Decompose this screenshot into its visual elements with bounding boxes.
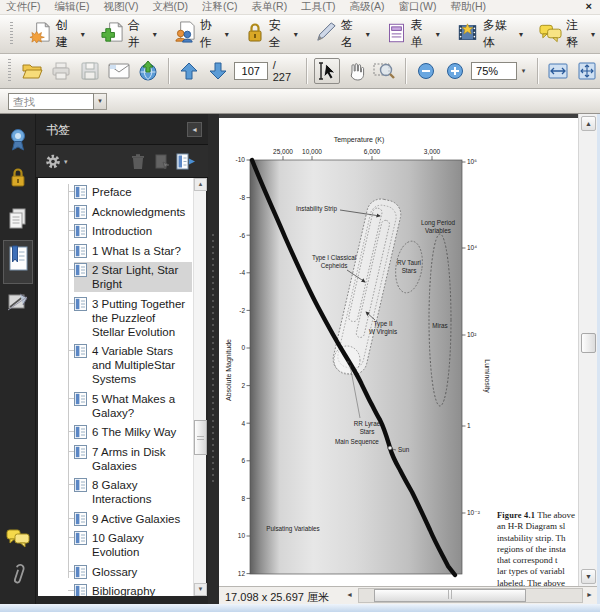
toolbar-grip[interactable]: [10, 22, 13, 46]
menu-item-2[interactable]: 视图(V): [103, 0, 138, 14]
collaborate-button[interactable]: 协作 ▾: [168, 15, 234, 53]
collaborate-dropdown[interactable]: ▾: [225, 30, 229, 39]
bookmark-item-0[interactable]: Preface: [38, 184, 192, 200]
zoom-in-button[interactable]: [442, 58, 468, 84]
page-number-input[interactable]: 107: [234, 62, 268, 80]
email-button[interactable]: [106, 58, 132, 84]
bookmark-item-label: 6 The Milky Way: [92, 426, 176, 438]
comments-panel-icon[interactable]: [0, 528, 36, 548]
zoom-level-combo[interactable]: 75% ▾: [471, 62, 530, 80]
bookmark-item-3[interactable]: 1 What Is a Star?: [38, 243, 192, 259]
bookmark-item-6[interactable]: 4 Variable Stars and MultipleStar System…: [38, 343, 192, 387]
doc-scroll-thumb[interactable]: [581, 333, 596, 353]
panel-splitter[interactable]: [208, 114, 219, 604]
sun-label: Sun: [398, 446, 410, 453]
bookmark-item-4[interactable]: 2 Star Light, Star Bright: [38, 262, 192, 292]
nav-toolbar: 107 / 227 75% ▾: [0, 54, 600, 89]
left-tick-4: -2: [239, 307, 245, 314]
pdf-page: Temperature (K) Absolute Magnitude Lumin…: [219, 118, 578, 586]
create-button[interactable]: 创建 ▾: [24, 15, 90, 53]
print-button[interactable]: [48, 58, 74, 84]
export-bookmark-button[interactable]: [154, 153, 171, 174]
security-panel-icon[interactable]: [0, 167, 36, 189]
hand-tool-button[interactable]: [343, 58, 369, 84]
bookmark-item-9[interactable]: 7 Arms in Disk Galaxies: [38, 444, 192, 474]
zoom-level-value[interactable]: 75%: [471, 62, 517, 80]
panel-collapse-button[interactable]: ◂: [187, 122, 202, 137]
toolbar-grip2[interactable]: [8, 59, 11, 83]
doc-scroll-left-icon[interactable]: ◄: [343, 588, 356, 603]
doc-scroll-down-icon[interactable]: ▼: [581, 569, 596, 584]
zoom-out-button[interactable]: [413, 58, 439, 84]
bookmark-item-8[interactable]: 6 The Milky Way: [38, 424, 192, 440]
comment-button[interactable]: 注释 ▾: [534, 15, 600, 53]
sign-dropdown[interactable]: ▾: [366, 30, 370, 39]
pages-panel-icon[interactable]: [0, 207, 36, 231]
merge-label: 合并: [128, 17, 149, 51]
menu-item-8[interactable]: 窗口(W): [399, 0, 437, 14]
menu-item-7[interactable]: 高级(A): [350, 0, 385, 14]
zoom-dropdown-arrow[interactable]: ▾: [517, 62, 530, 80]
bookmark-scrollbar[interactable]: ▲ ▼: [193, 178, 206, 596]
menu-item-5[interactable]: 表单(R): [252, 0, 288, 14]
expand-current-bookmark-button[interactable]: [176, 153, 196, 174]
menu-item-3[interactable]: 文档(D): [152, 0, 188, 14]
open-button[interactable]: [19, 58, 45, 84]
doc-scroll-up-icon[interactable]: ▲: [581, 116, 596, 131]
menu-item-0[interactable]: 文件(F): [6, 0, 40, 14]
menu-item-4[interactable]: 注释(C): [202, 0, 238, 14]
bookmark-scroll-thumb[interactable]: [194, 420, 207, 455]
bookmark-item-label: 3 Putting Together the Puzzleof Stellar …: [92, 298, 185, 338]
doc-hscroll-thumb[interactable]: [374, 589, 526, 602]
delete-bookmark-button[interactable]: [130, 153, 146, 174]
bookmark-item-5[interactable]: 3 Putting Together the Puzzleof Stellar …: [38, 296, 192, 340]
forms-button[interactable]: 表单 ▾: [381, 15, 445, 53]
menu-item-1[interactable]: 编辑(E): [54, 0, 89, 14]
bookmark-item-13[interactable]: Glossary: [38, 564, 192, 580]
bookmark-page-icon: [74, 392, 87, 409]
merge-button[interactable]: 合并 ▾: [96, 15, 162, 53]
bookmark-options-button[interactable]: ▾: [44, 153, 68, 170]
fit-page-button[interactable]: [574, 58, 600, 84]
doc-scroll-right-icon[interactable]: ►: [583, 588, 596, 603]
scroll-up-icon[interactable]: ▲: [194, 178, 207, 191]
document-vertical-scrollbar[interactable]: ▲ ▼: [578, 114, 597, 586]
bookmark-item-2[interactable]: Introduction: [38, 223, 192, 239]
menu-item-9[interactable]: 帮助(H): [450, 0, 486, 14]
select-tool-button[interactable]: [314, 58, 340, 84]
upload-web-button[interactable]: [135, 58, 161, 84]
close-icon[interactable]: ×: [586, 0, 592, 12]
secure-button[interactable]: 安全 ▾: [240, 15, 303, 53]
bookmark-item-label: Acknowledgments: [92, 206, 185, 218]
trash-icon: [130, 153, 146, 170]
multimedia-button[interactable]: 多媒体 ▾: [451, 15, 528, 53]
find-input[interactable]: 查找: [8, 93, 94, 110]
scroll-down-icon[interactable]: ▼: [194, 583, 207, 596]
document-horizontal-scrollbar[interactable]: [358, 588, 583, 603]
bookmark-item-7[interactable]: 5 What Makes a Galaxy?: [38, 391, 192, 421]
attachments-panel-icon[interactable]: [0, 562, 36, 588]
bookmarks-panel-icon[interactable]: [0, 245, 36, 273]
forms-dropdown[interactable]: ▾: [436, 30, 440, 39]
signatures-panel-icon[interactable]: [0, 127, 36, 153]
sign-button[interactable]: 签名 ▾: [309, 15, 375, 53]
find-dropdown-arrow[interactable]: ▾: [94, 93, 107, 110]
secure-dropdown[interactable]: ▾: [294, 30, 298, 39]
bookmark-page-icon: [74, 584, 87, 596]
bookmark-item-10[interactable]: 8 Galaxy Interactions: [38, 477, 192, 507]
bookmark-item-12[interactable]: 10 Galaxy Evolution: [38, 530, 192, 560]
layers-panel-icon[interactable]: [0, 291, 36, 313]
fit-width-button[interactable]: [545, 58, 571, 84]
multimedia-dropdown[interactable]: ▾: [519, 30, 523, 39]
previous-page-button[interactable]: [176, 58, 202, 84]
merge-dropdown[interactable]: ▾: [153, 30, 157, 39]
marquee-zoom-button[interactable]: [372, 58, 398, 84]
save-button[interactable]: [77, 58, 103, 84]
next-page-button[interactable]: [205, 58, 231, 84]
menu-item-6[interactable]: 工具(T): [301, 0, 335, 14]
create-dropdown[interactable]: ▾: [81, 30, 85, 39]
bookmark-item-1[interactable]: Acknowledgments: [38, 204, 192, 220]
comment-dropdown[interactable]: ▾: [591, 30, 595, 39]
bookmark-item-11[interactable]: 9 Active Galaxies: [38, 511, 192, 527]
bookmark-item-14[interactable]: Bibliography: [38, 583, 192, 596]
